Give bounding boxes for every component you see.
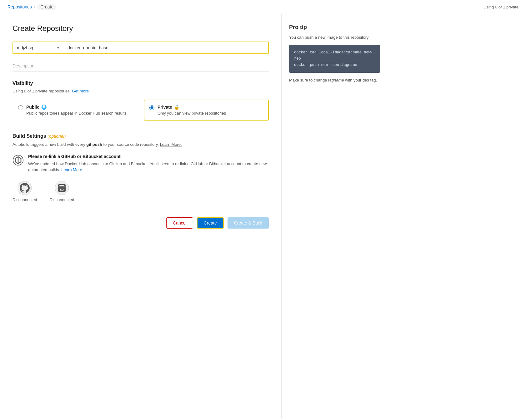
relink-title: Please re-link a GitHub or Bitbucket acc… <box>28 154 269 159</box>
relink-notice: Please re-link a GitHub or Bitbucket acc… <box>13 154 269 173</box>
breadcrumb-repositories[interactable]: Repositories <box>8 4 32 9</box>
svg-point-13 <box>62 189 63 190</box>
visibility-section: Visibility Using 0 of 1 private reposito… <box>13 81 269 121</box>
visibility-note: Using 0 of 1 private repositories. Get m… <box>13 89 269 93</box>
visibility-public-content: Public 🌐 Public repositories appear in D… <box>26 105 132 116</box>
pro-tip-desc: You can push a new image to this reposit… <box>289 34 380 41</box>
github-icon <box>17 180 32 195</box>
content-area: Create Repository mdjzbsq ▾ Visibility U… <box>0 14 281 418</box>
visibility-private-title: Private 🔒 <box>158 105 263 110</box>
github-provider[interactable]: Disconnected <box>13 180 37 202</box>
visibility-public-option[interactable]: Public 🌐 Public repositories appear in D… <box>13 100 138 121</box>
code-block: docker tag local-image:tagname new-rep d… <box>289 45 380 73</box>
code-line-1: docker tag local-image:tagname new-rep <box>294 49 375 62</box>
cancel-button[interactable]: Cancel <box>166 217 193 229</box>
name-row: mdjzbsq ▾ <box>13 42 269 54</box>
visibility-public-radio[interactable] <box>18 105 23 110</box>
build-settings-title: Build Settings (optional) <box>13 133 269 139</box>
description-input[interactable] <box>13 60 269 72</box>
build-settings-section: Build Settings (optional) Autobuild trig… <box>13 133 269 202</box>
autobuild-text: Autobuild triggers a new build with ever… <box>13 141 269 148</box>
action-bar: Cancel Create Create & Build <box>13 211 269 235</box>
code-line-2: docker push new-repo:tagname <box>294 62 375 68</box>
relink-content: Please re-link a GitHub or Bitbucket acc… <box>28 154 269 173</box>
relink-desc: We've updated how Docker Hub connects to… <box>28 161 269 173</box>
namespace-select[interactable]: mdjzbsq ▾ <box>13 42 63 53</box>
page-title: Create Repository <box>13 24 269 33</box>
github-status: Disconnected <box>13 197 37 202</box>
namespace-value: mdjzbsq <box>17 45 33 50</box>
tagname-italic: tagname <box>328 78 344 82</box>
sidebar: Pro tip You can push a new image to this… <box>281 14 388 418</box>
visibility-private-desc: Only you can view private repositories <box>158 111 263 116</box>
breadcrumb-separator: › <box>34 4 35 10</box>
breadcrumb: Repositories › Create <box>8 4 57 10</box>
usage-text: Using 0 of 1 private <box>483 5 518 9</box>
create-build-button: Create & Build <box>228 217 269 229</box>
visibility-private-radio[interactable] <box>149 105 154 110</box>
visibility-public-desc: Public repositories appear in Docker Hub… <box>26 111 132 116</box>
chevron-down-icon: ▾ <box>57 46 59 50</box>
top-bar: Repositories › Create Using 0 of 1 priva… <box>0 0 526 14</box>
section-divider <box>13 127 269 127</box>
providers: Disconnected Disconnected <box>13 180 269 202</box>
learn-more-link[interactable]: Learn More. <box>160 142 182 147</box>
visibility-options: Public 🌐 Public repositories appear in D… <box>13 100 269 121</box>
bitbucket-status: Disconnected <box>50 197 74 202</box>
repo-name-input[interactable] <box>63 42 268 53</box>
main-layout: Create Repository mdjzbsq ▾ Visibility U… <box>0 14 526 418</box>
bitbucket-icon <box>54 180 69 195</box>
bitbucket-provider[interactable]: Disconnected <box>50 180 74 202</box>
visibility-title: Visibility <box>13 81 269 86</box>
optional-label: (optional) <box>48 134 66 139</box>
git-push-label: git push <box>86 142 102 147</box>
visibility-private-content: Private 🔒 Only you can view private repo… <box>158 105 263 116</box>
pro-tip-title: Pro tip <box>289 24 380 31</box>
create-button[interactable]: Create <box>197 217 224 229</box>
relink-learn-link[interactable]: Learn More <box>61 167 82 172</box>
get-more-link[interactable]: Get more <box>72 89 89 93</box>
globe-icon: 🌐 <box>41 105 47 110</box>
breadcrumb-create: Create <box>37 4 57 10</box>
lock-icon: 🔒 <box>174 105 179 110</box>
relink-icon <box>13 155 24 166</box>
visibility-private-option[interactable]: Private 🔒 Only you can view private repo… <box>144 100 269 121</box>
visibility-public-title: Public 🌐 <box>26 105 132 110</box>
svg-rect-11 <box>59 185 64 186</box>
sidebar-note: Make sure to change tagname with your de… <box>289 77 380 83</box>
